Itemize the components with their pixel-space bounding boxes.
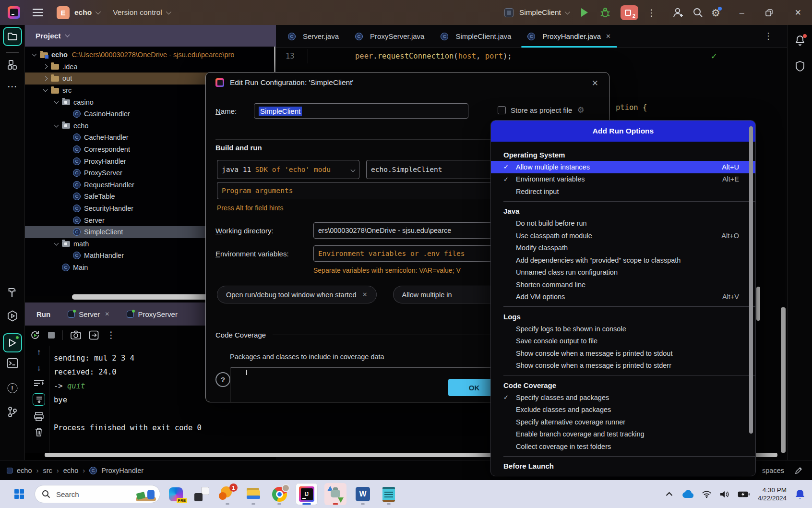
print-icon[interactable] bbox=[34, 412, 44, 421]
project-name[interactable]: echo bbox=[74, 8, 92, 17]
taskbar-intellij[interactable]: IJ bbox=[295, 483, 319, 505]
search-highlight-image[interactable] bbox=[135, 486, 157, 502]
menu-item-redirect-input[interactable]: Redirect input bbox=[491, 185, 755, 198]
taskbar-word[interactable]: W bbox=[352, 483, 373, 505]
breadcrumb-item[interactable]: src bbox=[43, 467, 52, 474]
menu-item-add-dependencies[interactable]: Add dependencies with “provided” scope t… bbox=[491, 254, 755, 266]
stop-process-icon[interactable] bbox=[48, 332, 55, 339]
tab-proxyhandler-java[interactable]: C ProxyHandler.java ✕ bbox=[519, 25, 619, 48]
edit-pencil-icon[interactable] bbox=[795, 467, 802, 474]
export-icon[interactable] bbox=[89, 330, 99, 340]
notifications-bell-icon[interactable] bbox=[794, 35, 806, 46]
wifi-icon[interactable] bbox=[702, 490, 712, 498]
add-user-icon[interactable] bbox=[672, 7, 684, 18]
close-icon[interactable]: ✕ bbox=[592, 78, 598, 88]
taskbar-transfer-app[interactable] bbox=[323, 483, 347, 505]
project-badge[interactable]: E bbox=[57, 6, 70, 19]
structure-icon[interactable] bbox=[7, 60, 18, 70]
taskbar-search[interactable]: Search bbox=[35, 485, 160, 503]
menu-item-alternative-runner[interactable]: Specify alternative coverage runner bbox=[491, 416, 755, 428]
run-configuration-selector[interactable]: SimpleClient bbox=[519, 8, 561, 17]
menu-item-allow-multiple-instances[interactable]: ✓ Allow multiple instances Alt+U bbox=[491, 161, 755, 173]
more-icon[interactable]: ⋮ bbox=[107, 329, 116, 340]
more-tool-windows-icon[interactable]: ⋯ bbox=[7, 81, 17, 92]
vertical-scrollbar-thumb[interactable] bbox=[756, 287, 760, 321]
close-icon[interactable]: ✕ bbox=[362, 291, 368, 298]
tab-simpleclient-java[interactable]: C SimpleClient.java bbox=[432, 25, 519, 48]
menu-item-do-not-build[interactable]: Do not build before run bbox=[491, 218, 755, 230]
down-stacktrace-icon[interactable]: ↓ bbox=[37, 363, 41, 373]
console-output[interactable]: sending: mul 2 3 4 received: 24.0 -> qui… bbox=[54, 351, 202, 435]
menu-item-specify-classes[interactable]: ✓Specify classes and packages bbox=[491, 391, 755, 404]
menu-item-modify-classpath[interactable]: Modify classpath bbox=[491, 242, 755, 254]
store-as-project-file-checkbox[interactable] bbox=[498, 106, 506, 114]
restore-button[interactable] bbox=[765, 9, 773, 16]
rerun-icon[interactable] bbox=[30, 330, 40, 340]
menu-item-show-console-stdout[interactable]: Show console when a message is printed t… bbox=[491, 347, 755, 360]
project-tool-window-button[interactable] bbox=[3, 27, 22, 46]
more-actions-icon[interactable]: ⋮ bbox=[647, 7, 656, 18]
thread-dump-camera-icon[interactable] bbox=[71, 330, 81, 340]
indent-indicator[interactable]: spaces bbox=[762, 467, 784, 474]
stop-button[interactable]: 2 bbox=[621, 5, 638, 20]
breadcrumb-item[interactable]: echo bbox=[63, 467, 78, 474]
search-icon[interactable] bbox=[692, 7, 704, 18]
menu-item-show-console-stderr[interactable]: Show console when a message is printed t… bbox=[491, 360, 755, 372]
menu-item-shorten-command-line[interactable]: Shorten command line bbox=[491, 278, 755, 291]
version-control-icon[interactable] bbox=[7, 406, 18, 418]
option-chip-allow-multiple[interactable]: Allow multiple in bbox=[393, 286, 501, 303]
run-tab-server[interactable]: Server ✕ bbox=[68, 310, 109, 318]
taskbar-orange-app[interactable]: 1 bbox=[217, 483, 238, 505]
settings-gear-icon[interactable]: ⚙ bbox=[711, 8, 720, 18]
taskbar-file-explorer[interactable] bbox=[243, 483, 264, 505]
soft-wrap-icon[interactable] bbox=[34, 379, 44, 387]
menu-item-specify-logs[interactable]: Specify logs to be shown in console bbox=[491, 323, 755, 335]
shield-icon[interactable] bbox=[795, 60, 805, 72]
tab-proxyserver-java[interactable]: C ProxyServer.java bbox=[347, 25, 432, 48]
tree-item-echo-root[interactable]: echo C:\Users\000030278\OneDrive - sjsu.… bbox=[25, 49, 276, 61]
run-tool-window-button[interactable] bbox=[3, 333, 22, 352]
menu-item-save-console-output[interactable]: Save console output to file bbox=[491, 335, 755, 348]
program-arguments-input[interactable]: Program arguments bbox=[217, 182, 531, 199]
taskbar-chrome[interactable] bbox=[269, 483, 290, 505]
menu-item-collect-coverage[interactable]: Collect coverage in test folders bbox=[491, 440, 755, 453]
tab-options-icon[interactable]: ⋮ bbox=[764, 31, 773, 41]
windows-start-button[interactable] bbox=[14, 489, 24, 499]
menu-item-branch-coverage[interactable]: Enable branch coverage and test tracking bbox=[491, 428, 755, 441]
close-icon[interactable]: ✕ bbox=[606, 33, 611, 40]
terminal-icon[interactable] bbox=[7, 358, 18, 368]
clock[interactable]: 4:30 PM 4/22/2024 bbox=[758, 486, 787, 502]
option-chip-open-run-window[interactable]: Open run/debug tool window when started … bbox=[217, 286, 377, 303]
menu-item-unnamed-class[interactable]: Unnamed class run configuration bbox=[491, 266, 755, 279]
vcs-widget[interactable]: Version control bbox=[113, 8, 162, 17]
close-icon[interactable]: ✕ bbox=[105, 311, 109, 317]
jre-selector[interactable]: java 11 SDK of 'echo' modu bbox=[217, 160, 359, 179]
tray-chevron-icon[interactable] bbox=[666, 492, 673, 496]
up-stacktrace-icon[interactable]: ↑ bbox=[37, 348, 41, 357]
problems-icon[interactable]: ! bbox=[7, 383, 17, 393]
breadcrumb-item[interactable]: ProxyHandler bbox=[101, 467, 143, 474]
build-icon[interactable] bbox=[7, 287, 18, 298]
project-panel-header[interactable]: Project bbox=[25, 25, 276, 47]
menu-item-add-vm-options[interactable]: Add VM optionsAlt+V bbox=[491, 291, 755, 303]
volume-icon[interactable] bbox=[720, 490, 729, 498]
breadcrumb-item[interactable]: echo bbox=[17, 467, 32, 474]
inspection-ok-icon[interactable]: ✓ bbox=[711, 51, 717, 61]
help-button[interactable]: ? bbox=[215, 372, 230, 387]
services-icon[interactable] bbox=[7, 310, 18, 322]
clear-trash-icon[interactable] bbox=[35, 427, 43, 437]
run-tab-proxyserver[interactable]: ProxyServer bbox=[127, 310, 178, 318]
menu-item-environment-variables[interactable]: ✓ Environment variables Alt+E bbox=[491, 173, 755, 186]
popup-scrollbar-thumb[interactable] bbox=[749, 126, 753, 434]
run-button[interactable] bbox=[581, 8, 588, 17]
onedrive-icon[interactable] bbox=[681, 490, 693, 498]
tab-server-java[interactable]: C Server.java bbox=[280, 25, 347, 48]
name-input[interactable]: SimpleClient bbox=[254, 103, 468, 119]
battery-icon[interactable] bbox=[738, 491, 750, 497]
main-menu-icon[interactable] bbox=[33, 9, 43, 16]
scroll-to-end-icon[interactable] bbox=[33, 393, 45, 406]
notification-center-bell-icon[interactable] bbox=[795, 489, 805, 500]
menu-item-exclude-classes[interactable]: Exclude classes and packages bbox=[491, 404, 755, 416]
close-button[interactable]: ✕ bbox=[795, 8, 801, 18]
minimize-button[interactable]: – bbox=[740, 8, 744, 18]
